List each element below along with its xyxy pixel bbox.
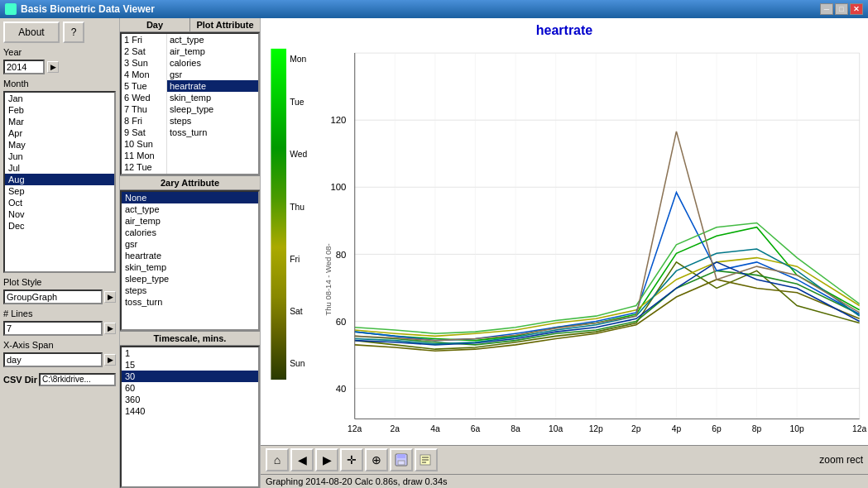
lines-input[interactable]: 7 xyxy=(3,321,103,336)
month-item-may[interactable]: May xyxy=(5,139,114,151)
secondary-list[interactable]: Noneact_typeair_tempcaloriesgsrheartrate… xyxy=(120,190,260,331)
day-plot-row-12[interactable]: 12 Tue xyxy=(122,161,258,173)
title-bar: Basis Biometric Data Viewer ─ □ ✕ xyxy=(0,0,868,18)
secondary-item-none[interactable]: None xyxy=(122,192,258,203)
plot-col-7: sleep_type xyxy=(167,103,258,115)
day-plot-row-11[interactable]: 11 Mon xyxy=(122,150,258,161)
day-col-header: Day xyxy=(120,18,190,31)
day-col-11: 11 Mon xyxy=(122,150,167,161)
secondary-item-toss-turn[interactable]: toss_turn xyxy=(122,296,258,308)
month-item-nov[interactable]: Nov xyxy=(5,208,114,220)
secondary-item-heartrate[interactable]: heartrate xyxy=(122,250,258,261)
day-plot-list[interactable]: 1 Friact_type2 Satair_temp3 Suncalories4… xyxy=(120,32,260,175)
day-plot-row-6[interactable]: 6 Wedskin_temp xyxy=(122,92,258,103)
x-label-12a-end: 12a xyxy=(852,424,866,433)
timescale-label: Timescale, mins. xyxy=(120,331,260,346)
plot-style-arrow[interactable]: ▶ xyxy=(104,291,116,303)
month-item-feb[interactable]: Feb xyxy=(5,104,114,116)
timescale-item-360[interactable]: 360 xyxy=(122,394,258,405)
month-item-jul[interactable]: Jul xyxy=(5,162,114,174)
day-plot-row-10[interactable]: 10 Sun xyxy=(122,138,258,150)
home-button[interactable]: ⌂ xyxy=(266,448,289,471)
day-plot-row-1[interactable]: 1 Friact_type xyxy=(122,34,258,45)
day-plot-row-8[interactable]: 8 Fristeps xyxy=(122,115,258,127)
secondary-item-act-type[interactable]: act_type xyxy=(122,203,258,215)
left-panel: About ? Year ▶ Month JanFebMarAprMayJunJ… xyxy=(0,18,120,488)
csv-row: CSV Dir C:\8rkidrive... xyxy=(3,373,116,386)
day-col-6: 6 Wed xyxy=(122,92,167,103)
day-plot-row-5[interactable]: 5 Tueheartrate xyxy=(122,80,258,92)
plot-style-label: Plot Style xyxy=(3,277,116,287)
scale-thu: Thu xyxy=(290,203,305,212)
main-layout: About ? Year ▶ Month JanFebMarAprMayJunJ… xyxy=(0,18,868,488)
day-plot-header: Day Plot Attribute xyxy=(120,18,260,32)
month-item-jan[interactable]: Jan xyxy=(5,93,114,104)
timescale-item-1[interactable]: 1 xyxy=(122,347,258,359)
day-plot-row-7[interactable]: 7 Thusleep_type xyxy=(122,103,258,115)
close-button[interactable]: ✕ xyxy=(850,3,863,15)
secondary-item-steps[interactable]: steps xyxy=(122,285,258,296)
month-item-aug[interactable]: Aug xyxy=(5,174,114,185)
day-plot-row-4[interactable]: 4 Mongsr xyxy=(122,69,258,80)
right-panel: heartrate xyxy=(261,18,868,488)
secondary-item-air-temp[interactable]: air_temp xyxy=(122,215,258,227)
day-plot-row-2[interactable]: 2 Satair_temp xyxy=(122,45,258,57)
move-button[interactable]: ✛ xyxy=(340,448,363,471)
day-col-10: 10 Sun xyxy=(122,138,167,150)
plot-col-2: air_temp xyxy=(167,45,258,57)
secondary-label: 2ary Attribute xyxy=(120,175,260,190)
xaxis-dropdown[interactable]: day xyxy=(3,352,103,367)
month-item-oct[interactable]: Oct xyxy=(5,197,114,208)
scale-mon: Mon xyxy=(290,55,306,64)
day-plot-row-9[interactable]: 9 Sattoss_turn xyxy=(122,127,258,138)
day-plot-row-3[interactable]: 3 Suncalories xyxy=(122,57,258,69)
help-button[interactable]: ? xyxy=(63,22,84,43)
csv-input[interactable]: C:\8rkidrive... xyxy=(39,373,116,386)
save-button[interactable] xyxy=(390,448,413,471)
month-label: Month xyxy=(3,79,116,89)
month-item-apr[interactable]: Apr xyxy=(5,127,114,139)
plot-style-dropdown[interactable]: GroupGraph xyxy=(3,289,103,304)
month-item-jun[interactable]: Jun xyxy=(5,151,114,162)
timescale-item-1440[interactable]: 1440 xyxy=(122,405,258,417)
timescale-item-30[interactable]: 30 xyxy=(122,371,258,382)
maximize-button[interactable]: □ xyxy=(835,3,848,15)
x-label-2p: 2p xyxy=(631,424,641,433)
toolbar: ⌂ ◀ ▶ ✛ ⊕ zoom rect xyxy=(261,445,868,474)
secondary-item-skin-temp[interactable]: skin_temp xyxy=(122,261,258,273)
x-label-2a: 2a xyxy=(391,424,400,433)
year-input[interactable] xyxy=(3,60,45,74)
month-list[interactable]: JanFebMarAprMayJunJulAugSepOctNovDec xyxy=(3,91,116,273)
timescale-list[interactable]: 11530603601440 xyxy=(120,346,260,489)
plot-style-row: GroupGraph ▶ xyxy=(3,289,116,304)
x-label-6p: 6p xyxy=(712,424,722,433)
forward-button[interactable]: ▶ xyxy=(315,448,338,471)
scale-sat: Sat xyxy=(290,307,303,316)
csv-label: CSV Dir xyxy=(3,375,37,385)
app-title: Basis Biometric Data Viewer xyxy=(21,3,155,15)
xaxis-arrow[interactable]: ▶ xyxy=(104,354,116,366)
x-label-12p: 12p xyxy=(589,424,603,433)
chart-svg: Mon Tue Wed Thu Fri Sat Sun Thu 08-14 - … xyxy=(261,18,868,445)
year-scroll-arrow[interactable]: ▶ xyxy=(47,61,59,73)
secondary-item-gsr[interactable]: gsr xyxy=(122,238,258,250)
minimize-button[interactable]: ─ xyxy=(820,3,833,15)
zoom-rect-label: zoom rect xyxy=(819,454,863,466)
day-col-12: 12 Tue xyxy=(122,161,167,173)
timescale-item-60[interactable]: 60 xyxy=(122,382,258,394)
about-button[interactable]: About xyxy=(3,22,60,43)
svg-rect-15 xyxy=(398,461,405,465)
plot-col-9: toss_turn xyxy=(167,127,258,138)
y-label-120: 120 xyxy=(330,115,346,125)
back-button[interactable]: ◀ xyxy=(290,448,314,471)
lines-arrow[interactable]: ▶ xyxy=(104,323,116,334)
zoom-button[interactable]: ⊕ xyxy=(365,448,388,471)
secondary-item-sleep-type[interactable]: sleep_type xyxy=(122,273,258,285)
export-button[interactable] xyxy=(415,448,438,471)
timescale-item-15[interactable]: 15 xyxy=(122,359,258,371)
month-item-mar[interactable]: Mar xyxy=(5,116,114,127)
plot-col-11 xyxy=(167,150,258,161)
month-item-sep[interactable]: Sep xyxy=(5,185,114,197)
month-item-dec[interactable]: Dec xyxy=(5,220,114,232)
secondary-item-calories[interactable]: calories xyxy=(122,227,258,238)
